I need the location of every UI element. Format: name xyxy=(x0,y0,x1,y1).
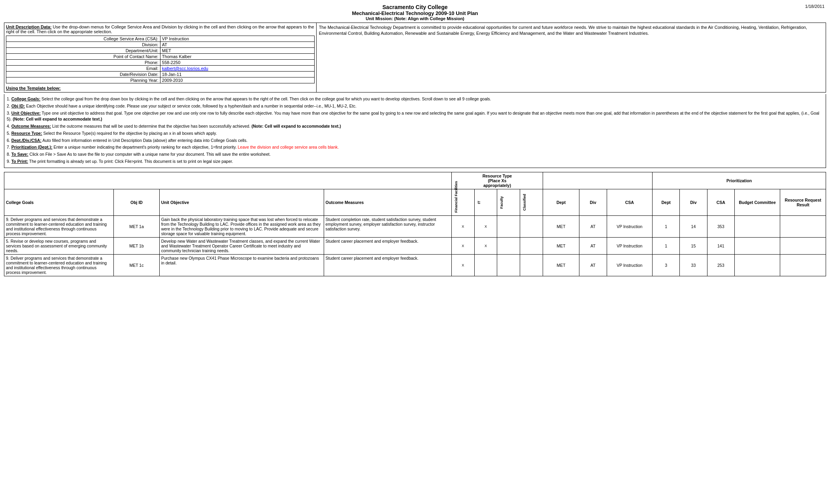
financial-cell: X xyxy=(451,254,474,276)
inst-text: Type one unit objective to address that … xyxy=(7,111,819,122)
col-header-p-csa: CSA xyxy=(707,189,734,215)
inst-bold-label: College Goals: xyxy=(11,96,41,101)
info-value: Thomas Kalber xyxy=(160,54,314,60)
inst-bold-end: (Note: Cell will expand to accommodate t… xyxy=(11,117,102,121)
faculty-cell xyxy=(497,237,520,254)
csa-cell: VP Instruction xyxy=(607,237,652,254)
div-cell: AT xyxy=(579,215,607,237)
col-header-it: IT xyxy=(474,189,497,215)
instruction-line: 7. Prioritization (Dept.): Enter a uniqu… xyxy=(7,144,823,151)
p-dept-cell: 1 xyxy=(653,237,680,254)
p-dept-cell: 1 xyxy=(653,215,680,237)
p-csa-cell: 141 xyxy=(707,237,734,254)
col-header-outcome: Outcome Measures xyxy=(324,189,451,215)
budget-cell xyxy=(734,254,780,276)
college-goals-cell: 9. Deliver programs and services that de… xyxy=(4,215,114,237)
dept-cell: MET xyxy=(543,237,579,254)
info-label: Department/Unit: xyxy=(6,48,160,54)
inst-text: List the outcome measures that will be u… xyxy=(51,124,250,128)
info-value: MET xyxy=(160,48,314,54)
info-label: Date/Revision Date: xyxy=(6,72,160,77)
p-div-cell: 14 xyxy=(680,215,707,237)
header-row-group2: College Goals Obj ID Unit Objective Outc… xyxy=(4,189,826,215)
main-table-wrapper: Resource Type(Place Xsappropriately) Pri… xyxy=(4,172,826,276)
dept-cell: MET xyxy=(543,254,579,276)
faculty-cell xyxy=(497,215,520,237)
budget-cell xyxy=(734,215,780,237)
instructions-section: 1. College Goals: Select the college goa… xyxy=(4,94,826,168)
instruction-line: 2. Obj ID: Each Objective should have a … xyxy=(7,103,823,109)
p-csa-cell: 253 xyxy=(707,254,734,276)
resource-cell xyxy=(780,215,826,237)
college-goals-cell: 5. Revise or develop new courses, progra… xyxy=(4,237,114,254)
inst-num: 7. xyxy=(7,145,11,149)
col-header-p-div: Div xyxy=(680,189,707,215)
inst-bold-label: Prioritization (Dept.): xyxy=(11,145,53,149)
instruction-line: 9. To Print: The print formatting is alr… xyxy=(7,159,823,165)
info-row: Planning Year:2009-2010 xyxy=(6,77,315,83)
unit-description-text: Unit Description Data: Use the drop-down… xyxy=(6,25,315,34)
col-header-college-goals: College Goals xyxy=(4,189,114,215)
outcome-cell: Student career placement and employer fe… xyxy=(324,254,451,276)
inst-num: 1. xyxy=(7,96,11,101)
info-value: 2009-2010 xyxy=(160,77,314,83)
info-label: Phone: xyxy=(6,60,160,66)
instruction-line: 3. Unit Objective: Type one unit objecti… xyxy=(7,110,823,123)
table-row: 9. Deliver programs and services that de… xyxy=(4,254,826,276)
title3: Unit Mission: (Note: Align with College … xyxy=(4,16,826,21)
col-header-budget: Budget Committee xyxy=(734,189,780,215)
info-value: 558-2250 xyxy=(160,60,314,66)
obj-id-cell: MET 1a xyxy=(114,215,159,237)
inst-bold-label: To Print: xyxy=(11,159,28,164)
outcome-cell: Student completion rate, student satisfa… xyxy=(324,215,451,237)
instruction-line: 6. Dept./Div./CSA: Auto filled from info… xyxy=(7,138,823,144)
email-link[interactable]: kalbert@scc.losrios.edu xyxy=(162,66,208,71)
col-header-financial: Financial Facilities xyxy=(451,189,474,215)
div-cell: AT xyxy=(579,254,607,276)
info-label: Email: xyxy=(6,66,160,72)
resource-type-header: Resource Type(Place Xsappropriately) xyxy=(451,172,543,189)
unit-obj-cell: Develop new Water and Wastewater Treatme… xyxy=(159,237,324,254)
p-dept-cell: 3 xyxy=(653,254,680,276)
budget-cell xyxy=(734,237,780,254)
col-header-obj-id: Obj ID xyxy=(114,189,159,215)
dept-cell: MET xyxy=(543,215,579,237)
info-label: College Service Area (CSA): xyxy=(6,36,160,42)
col-header-div: Div xyxy=(579,189,607,215)
header-row-group1: Resource Type(Place Xsappropriately) Pri… xyxy=(4,172,826,189)
top-section: Unit Description Data: Use the drop-down… xyxy=(4,23,826,92)
inst-red-text: Leave the division and college service a… xyxy=(238,145,339,149)
college-goals-cell: 9. Deliver programs and services that de… xyxy=(4,254,114,276)
col-header-p-dept: Dept xyxy=(653,189,680,215)
template-note: Using the Template below: xyxy=(6,86,315,91)
inst-num: 4. xyxy=(7,124,11,128)
info-value: 18-Jan-11 xyxy=(160,72,314,77)
p-div-cell: 15 xyxy=(680,237,707,254)
page-header: Sacramento City College Mechanical-Elect… xyxy=(4,4,826,21)
info-value: VP Instruction xyxy=(160,36,314,42)
info-row: Point of Contact Name:Thomas Kalber xyxy=(6,54,315,60)
info-row: Phone:558-2250 xyxy=(6,60,315,66)
top-left-info: Unit Description Data: Use the drop-down… xyxy=(4,23,317,92)
title2: Mechanical-Electrical Technology 2009-10… xyxy=(4,10,826,16)
inst-num: 8. xyxy=(7,152,11,157)
col-header-classified: Classified xyxy=(520,189,543,215)
inst-text: Auto filled from information entered in … xyxy=(42,138,247,143)
instruction-line: 4. Outcome Measures: List the outcome me… xyxy=(7,123,823,130)
inst-bold-label: Outcome Measures: xyxy=(11,124,51,128)
inst-text: Select the college goal from the drop do… xyxy=(40,96,491,101)
info-row: College Service Area (CSA):VP Instructio… xyxy=(6,36,315,42)
outcome-cell: Student career placement and employer fe… xyxy=(324,237,451,254)
instruction-line: 8. To Save: Click on File > Save As to s… xyxy=(7,151,823,158)
info-label: Division: xyxy=(6,42,160,48)
info-row: Date/Revision Date:18-Jan-11 xyxy=(6,72,315,77)
obj-id-cell: MET 1c xyxy=(114,254,159,276)
title1: Sacramento City College xyxy=(4,4,826,10)
inst-num: 5. xyxy=(7,131,11,136)
info-label: Planning Year: xyxy=(6,77,160,83)
table-row: 5. Revise or develop new courses, progra… xyxy=(4,237,826,254)
inst-num: 6. xyxy=(7,138,11,143)
p-csa-cell: 353 xyxy=(707,215,734,237)
mission-text: The Mechanical-Electrical Technology Dep… xyxy=(317,23,826,92)
it-cell: X xyxy=(474,237,497,254)
